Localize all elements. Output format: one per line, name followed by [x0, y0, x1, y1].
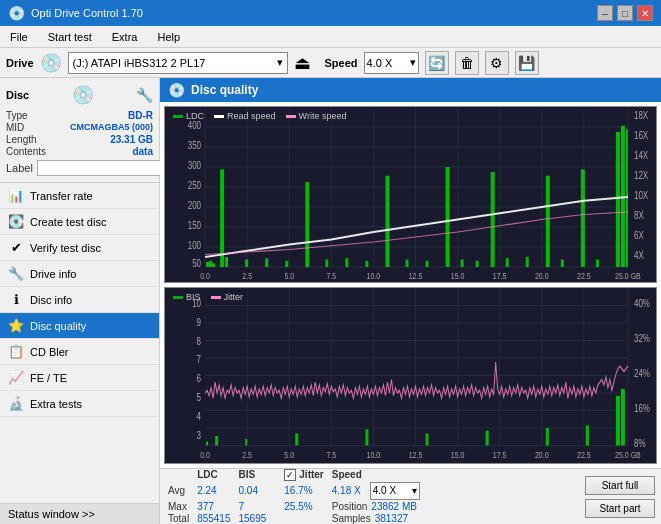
svg-text:400: 400: [188, 121, 201, 132]
status-window-label: Status window >>: [8, 508, 95, 520]
sidebar-label-fe-te: FE / TE: [30, 372, 67, 384]
type-label: Type: [6, 110, 28, 121]
status-window-button[interactable]: Status window >>: [0, 503, 159, 524]
svg-text:5: 5: [197, 391, 201, 403]
disc-quality-header-icon: 💿: [168, 82, 185, 98]
svg-text:12.5: 12.5: [409, 449, 423, 460]
menubar: File Start test Extra Help: [0, 26, 661, 48]
close-button[interactable]: ✕: [637, 5, 653, 21]
legend-bis-label: BIS: [186, 292, 201, 302]
start-full-button[interactable]: Start full: [585, 476, 655, 495]
svg-text:32%: 32%: [634, 332, 651, 344]
save-button[interactable]: 💾: [515, 51, 539, 75]
sidebar-item-disc-info[interactable]: ℹ Disc info: [0, 287, 159, 313]
start-part-button[interactable]: Start part: [585, 499, 655, 518]
svg-rect-121: [245, 439, 247, 446]
label-key: Label: [6, 162, 33, 174]
drive-dropdown-icon: ▾: [277, 56, 283, 69]
drive-icon: 💿: [40, 52, 62, 74]
svg-rect-122: [295, 433, 298, 445]
svg-rect-50: [220, 170, 224, 268]
write-speed-color-dot: [286, 115, 296, 118]
sidebar-label-create-test-disc: Create test disc: [30, 216, 106, 228]
fe-te-icon: 📈: [8, 370, 24, 385]
menu-file[interactable]: File: [4, 30, 34, 44]
chart1-legend: LDC Read speed Write speed: [173, 111, 346, 121]
svg-text:16X: 16X: [634, 131, 648, 142]
svg-text:14X: 14X: [634, 151, 648, 162]
legend-write-speed: Write speed: [286, 111, 347, 121]
svg-text:10X: 10X: [634, 191, 648, 202]
sidebar-item-transfer-rate[interactable]: 📊 Transfer rate: [0, 183, 159, 209]
label-input[interactable]: [37, 160, 170, 176]
svg-text:2.5: 2.5: [242, 272, 252, 282]
bis-col-header: BIS: [237, 469, 273, 482]
jitter-checkbox[interactable]: ✓: [284, 469, 296, 481]
maximize-button[interactable]: □: [617, 5, 633, 21]
stats-speed-dropdown-icon: ▾: [412, 485, 417, 496]
svg-rect-55: [305, 182, 309, 267]
svg-rect-120: [215, 436, 218, 445]
menu-extra[interactable]: Extra: [106, 30, 144, 44]
sidebar-item-fe-te[interactable]: 📈 FE / TE: [0, 365, 159, 391]
extra-tests-icon: 🔬: [8, 396, 24, 411]
disc-info-panel: Disc 💿 🔧 Type BD-R MID CMCMAGBA5 (000) L…: [0, 78, 159, 183]
sidebar-item-verify-test-disc[interactable]: ✔ Verify test disc: [0, 235, 159, 261]
svg-rect-64: [476, 261, 479, 267]
total-ldc: 855415: [195, 513, 236, 525]
max-label: Max: [166, 501, 195, 513]
minimize-button[interactable]: –: [597, 5, 613, 21]
sidebar-item-drive-info[interactable]: 🔧 Drive info: [0, 261, 159, 287]
sidebar-label-extra-tests: Extra tests: [30, 398, 82, 410]
drive-value: (J:) ATAPI iHBS312 2 PL17: [73, 57, 206, 69]
svg-rect-58: [365, 261, 368, 267]
menu-help[interactable]: Help: [151, 30, 186, 44]
svg-text:25.0 GB: 25.0 GB: [615, 272, 641, 282]
svg-text:250: 250: [188, 181, 201, 192]
sidebar-item-extra-tests[interactable]: 🔬 Extra tests: [0, 391, 159, 417]
erase-button[interactable]: 🗑: [455, 51, 479, 75]
svg-text:2.5: 2.5: [242, 449, 252, 460]
ldc-col-header: LDC: [195, 469, 236, 482]
max-ldc: 377: [195, 501, 236, 513]
svg-text:22.5: 22.5: [577, 449, 591, 460]
svg-rect-53: [265, 258, 268, 267]
legend-jitter-label: Jitter: [224, 292, 244, 302]
refresh-button[interactable]: 🔄: [425, 51, 449, 75]
sidebar-item-create-test-disc[interactable]: 💽 Create test disc: [0, 209, 159, 235]
stats-speed-select[interactable]: 4.0 X ▾: [370, 482, 420, 500]
stats-table: LDC BIS ✓ Jitter Speed Avg 2.24 0.: [166, 469, 426, 525]
eject-icon[interactable]: ⏏: [294, 52, 311, 74]
titlebar: 💿 Opti Drive Control 1.70 – □ ✕: [0, 0, 661, 26]
options-button[interactable]: ⚙: [485, 51, 509, 75]
jitter-check-area: ✓ Jitter: [282, 469, 329, 482]
read-speed-color-dot: [214, 115, 224, 118]
max-bis: 7: [237, 501, 273, 513]
sidebar-label-disc-info: Disc info: [30, 294, 72, 306]
bis-chart: BIS Jitter: [164, 287, 657, 464]
svg-text:7.5: 7.5: [326, 449, 336, 460]
sidebar-item-disc-quality[interactable]: ⭐ Disc quality: [0, 313, 159, 339]
svg-text:6X: 6X: [634, 231, 644, 242]
speed-select[interactable]: 4.0 X ▾: [364, 52, 419, 74]
sidebar: Disc 💿 🔧 Type BD-R MID CMCMAGBA5 (000) L…: [0, 78, 160, 524]
svg-text:150: 150: [188, 221, 201, 232]
drive-select[interactable]: (J:) ATAPI iHBS312 2 PL17 ▾: [68, 52, 288, 74]
svg-text:7.5: 7.5: [326, 272, 336, 282]
svg-rect-127: [586, 425, 589, 445]
drivebar: Drive 💿 (J:) ATAPI iHBS312 2 PL17 ▾ ⏏ Sp…: [0, 48, 661, 78]
svg-rect-119: [206, 441, 208, 445]
speed-value: 4.0 X: [367, 57, 393, 69]
svg-rect-123: [365, 429, 368, 445]
legend-ldc: LDC: [173, 111, 204, 121]
mid-value: CMCMAGBA5 (000): [70, 122, 153, 133]
menu-start-test[interactable]: Start test: [42, 30, 98, 44]
bis-color-dot: [173, 296, 183, 299]
svg-rect-71: [596, 260, 599, 268]
svg-text:5.0: 5.0: [284, 449, 294, 460]
ldc-chart: LDC Read speed Write speed: [164, 106, 657, 283]
sidebar-item-cd-bler[interactable]: 📋 CD Bler: [0, 339, 159, 365]
disc-info-icon: ℹ: [8, 292, 24, 307]
app-icon: 💿: [8, 5, 25, 21]
legend-ldc-label: LDC: [186, 111, 204, 121]
